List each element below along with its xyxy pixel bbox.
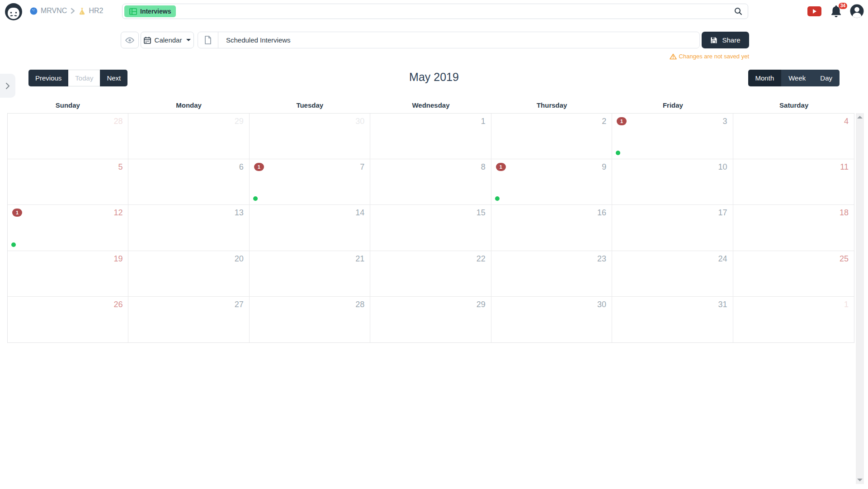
view-type-label: Calendar	[155, 36, 182, 44]
share-button[interactable]: Share	[702, 32, 749, 48]
breadcrumb-workspace[interactable]: MRVNC	[41, 7, 67, 15]
day-cell[interactable]: 27	[128, 297, 249, 342]
day-cell[interactable]: 23	[491, 251, 612, 297]
day-cell[interactable]: 29	[128, 114, 249, 159]
view-week-button[interactable]: Week	[781, 70, 813, 86]
notifications-bell[interactable]: 34	[830, 5, 844, 19]
view-month-button[interactable]: Month	[748, 70, 782, 86]
day-cell[interactable]: 26	[8, 297, 128, 342]
scroll-down-arrow-icon[interactable]	[857, 479, 863, 481]
day-number: 6	[239, 162, 244, 172]
day-cell[interactable]: 16	[491, 205, 612, 251]
day-cell[interactable]: 6	[128, 159, 249, 205]
day-cell[interactable]: 1	[370, 114, 491, 159]
day-cell[interactable]: 15	[370, 205, 491, 251]
youtube-icon[interactable]	[807, 6, 821, 16]
calendar-grid: 2829301213456178191011112131415161718192…	[7, 113, 854, 343]
day-number: 8	[481, 162, 486, 172]
day-cell[interactable]: 24	[612, 251, 733, 297]
user-avatar[interactable]	[850, 4, 864, 18]
day-cell[interactable]: 31	[612, 297, 733, 342]
day-cell[interactable]: 20	[128, 251, 249, 297]
day-cell[interactable]: 25	[733, 251, 854, 297]
day-number: 1	[844, 300, 849, 309]
unsaved-changes-warning-text: Changes are not saved yet	[679, 53, 749, 60]
weekday-header: Thursday	[491, 101, 613, 109]
search-bar[interactable]: Interviews	[122, 4, 748, 19]
day-cell[interactable]: 21	[250, 251, 370, 297]
view-title-input[interactable]	[218, 32, 699, 48]
workspace-logo-icon[interactable]	[5, 3, 23, 21]
weekday-header: Sunday	[7, 101, 128, 109]
calendar-view-toggle: MonthWeekDay	[748, 70, 840, 86]
calendar-icon	[144, 37, 151, 44]
active-view-tab[interactable]: Interviews	[124, 5, 176, 17]
day-cell[interactable]: 13	[128, 205, 249, 251]
day-cell[interactable]: 4	[733, 114, 854, 159]
day-number: 27	[235, 300, 244, 309]
event-dot	[253, 196, 258, 201]
search-input[interactable]	[176, 4, 734, 19]
day-cell[interactable]: 19	[8, 251, 128, 297]
unsaved-changes-warning: Changes are not saved yet	[670, 53, 749, 60]
visibility-eye-button[interactable]	[121, 32, 139, 48]
day-number: 23	[597, 254, 606, 264]
day-number: 19	[113, 254, 123, 264]
day-number: 2	[602, 117, 606, 126]
document-icon-button[interactable]	[198, 32, 218, 48]
app-window: MRVNC HR2	[0, 0, 868, 489]
day-cell[interactable]: 17	[250, 159, 370, 205]
day-number: 13	[235, 208, 244, 218]
weekday-header: Wednesday	[370, 101, 491, 109]
breadcrumb-chevron-icon	[70, 8, 75, 14]
day-cell[interactable]: 13	[612, 114, 733, 159]
vertical-scrollbar[interactable]	[856, 113, 864, 484]
day-number: 30	[355, 117, 364, 126]
day-cell[interactable]: 14	[250, 205, 370, 251]
day-cell[interactable]: 1	[733, 297, 854, 342]
search-icon[interactable]	[734, 7, 742, 15]
calendar-month-title: May 2019	[0, 71, 868, 84]
day-cell[interactable]: 28	[8, 114, 128, 159]
workspace-sphere-icon	[30, 7, 38, 15]
day-cell[interactable]: 22	[370, 251, 491, 297]
weekday-header: Friday	[613, 101, 734, 109]
day-cell[interactable]: 11	[733, 159, 854, 205]
day-number: 30	[597, 300, 606, 309]
table-view-icon	[129, 8, 137, 15]
day-number: 31	[718, 300, 727, 309]
day-cell[interactable]: 30	[491, 297, 612, 342]
day-cell[interactable]: 112	[8, 205, 128, 251]
day-number: 1	[481, 117, 486, 126]
day-cell[interactable]: 2	[491, 114, 612, 159]
view-type-dropdown[interactable]: Calendar	[141, 32, 194, 48]
view-title-group	[198, 32, 700, 48]
day-cell[interactable]: 28	[250, 297, 370, 342]
chevron-down-icon	[186, 39, 191, 41]
day-cell[interactable]: 5	[8, 159, 128, 205]
save-icon	[710, 37, 717, 44]
eye-icon	[125, 37, 134, 43]
day-number: 29	[235, 117, 244, 126]
day-cell[interactable]: 19	[491, 159, 612, 205]
day-number: 10	[718, 162, 727, 172]
breadcrumb-space[interactable]: HR2	[89, 7, 103, 15]
view-day-button[interactable]: Day	[813, 70, 840, 86]
day-cell[interactable]: 10	[612, 159, 733, 205]
scroll-up-arrow-icon[interactable]	[857, 116, 863, 119]
event-count-badge: 1	[12, 209, 22, 217]
day-cell[interactable]: 29	[370, 297, 491, 342]
event-count-badge: 1	[254, 163, 264, 171]
day-number: 24	[718, 254, 727, 264]
notifications-count-badge: 34	[839, 3, 847, 9]
day-number: 15	[476, 208, 486, 218]
day-number: 3	[723, 117, 727, 126]
day-cell[interactable]: 17	[612, 205, 733, 251]
weekday-header: Saturday	[733, 101, 854, 109]
day-cell[interactable]: 30	[250, 114, 370, 159]
day-number: 12	[113, 208, 123, 218]
document-icon	[204, 36, 212, 44]
warning-triangle-icon	[670, 53, 677, 60]
day-cell[interactable]: 8	[370, 159, 491, 205]
day-cell[interactable]: 18	[733, 205, 854, 251]
